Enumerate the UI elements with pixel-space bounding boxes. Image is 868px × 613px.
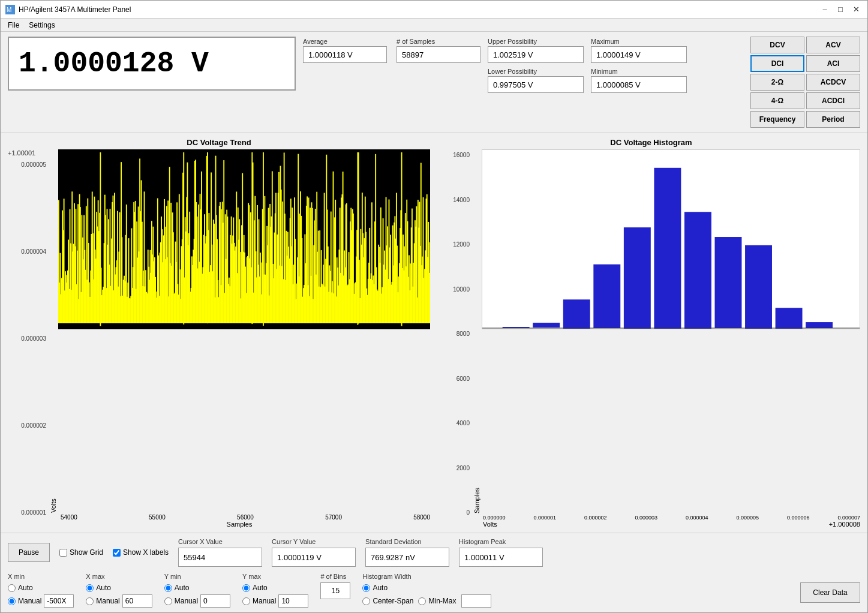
minimum-group: Minimum 1.0000085 V [591,68,687,93]
mode-2ohm[interactable]: 2-Ω [750,74,804,91]
std-dev-value: 769.9287 nV [365,548,449,567]
y-min-manual-label[interactable]: Manual [164,597,198,605]
bins-group: # of Bins 15 [320,573,350,599]
hist-peak-label: Histogram Peak [459,538,543,545]
x-max-manual-label[interactable]: Manual [86,597,119,605]
svg-rect-505 [563,299,590,329]
mode-aci[interactable]: ACI [806,55,860,72]
x-min-manual-label[interactable]: Manual [8,597,41,605]
histogram-chart-svg [482,149,860,329]
y-min-group: Y min Auto Manual [164,573,230,608]
show-grid-label[interactable]: Show Grid [59,548,103,557]
trend-chart-title: DC Voltage Trend [8,138,430,147]
main-display-value: 1.0000128 V [19,47,209,80]
upper-label: Upper Possibility [488,38,584,45]
svg-rect-511 [745,245,772,329]
hist-auto-label[interactable]: Auto [362,584,491,592]
cursor-x-label: Cursor X Value [178,538,262,545]
close-button[interactable]: ✕ [849,3,863,16]
svg-text:M: M [7,7,11,13]
y-max-manual-group: Manual [242,594,308,608]
show-x-labels-checkbox[interactable] [113,549,121,557]
trend-x-label: Samples [49,521,430,528]
y-min-label: Y min [164,573,230,580]
x-min-manual-input[interactable]: -500X [44,594,74,608]
show-x-labels-label[interactable]: Show X labels [113,548,169,557]
x-max-manual-radio[interactable] [86,597,94,605]
trend-y-label: Volts [49,149,58,513]
menu-file[interactable]: File [3,20,24,31]
hist-width-input[interactable] [461,594,491,608]
cursor-y-label: Cursor Y Value [272,538,356,545]
maximize-button[interactable]: □ [834,3,847,16]
hist-auto-radio[interactable] [362,584,370,592]
mode-acdci[interactable]: ACDCI [806,92,860,109]
x-min-auto-radio[interactable] [8,584,16,592]
y-max-group: Y max Auto Manual [242,573,308,608]
bins-label: # of Bins [320,573,350,580]
samples-group: # of Samples 58897 [397,38,480,63]
y-min-auto-label[interactable]: Auto [164,584,230,592]
y-max-auto-radio[interactable] [242,584,250,592]
y-max-manual-input[interactable] [278,594,308,608]
cursor-y-value: 1.0000119 V [272,548,356,567]
hist-center-span-label[interactable]: Center-Span [362,597,413,605]
menu-settings[interactable]: Settings [24,20,59,31]
lower-label: Lower Possibility [488,68,584,75]
mode-4ohm[interactable]: 4-Ω [750,92,804,109]
y-max-manual-radio[interactable] [242,597,250,605]
hist-min-max-radio[interactable] [418,597,426,605]
svg-rect-512 [776,308,803,329]
mode-acdcv[interactable]: ACDCV [806,74,860,91]
maximum-group: Maximum 1.0000149 V [591,38,687,63]
controls-row2: X min Auto Manual -500X X max [8,573,860,608]
average-label: Average [303,38,387,45]
x-max-auto-radio[interactable] [86,584,94,592]
histogram-x-label: Volts [483,521,497,528]
y-min-auto-radio[interactable] [164,584,172,592]
charts-section: DC Voltage Trend +1.00001 0.000005 0.000… [1,133,867,533]
std-dev-group: Standard Deviation 769.9287 nV [365,538,449,567]
y-max-auto-label[interactable]: Auto [242,584,308,592]
svg-rect-508 [654,168,681,329]
title-bar-left: M HP/Agilent 3457A Multimeter Panel [5,5,131,14]
histogram-chart-container: DC Voltage Histogram 16000 14000 12000 1… [442,138,860,528]
x-min-group: X min Auto Manual -500X [8,573,74,608]
x-max-auto-label[interactable]: Auto [86,584,152,592]
controls-row1: Pause Show Grid Show X labels Cursor X V… [8,538,860,567]
lower-value: 0.997505 V [488,76,584,93]
mode-frequency[interactable]: Frequency [750,111,804,128]
cursor-x-group: Cursor X Value 55944 [178,538,262,567]
histogram-width-label: Histogram Width [362,573,491,580]
top-section: 1.0000128 V Average 1.0000118 V # of Sam… [1,32,867,133]
hist-peak-value: 1.000011 V [459,548,543,567]
maximum-label: Maximum [591,38,687,45]
x-max-manual-input[interactable] [122,594,152,608]
controls-section: Pause Show Grid Show X labels Cursor X V… [1,533,867,612]
y-min-manual-input[interactable] [200,594,230,608]
mode-period[interactable]: Period [806,111,860,128]
clear-data-button[interactable]: Clear Data [800,582,860,603]
show-grid-checkbox[interactable] [59,549,67,557]
upper-group: Upper Possibility 1.002519 V [488,38,584,63]
histogram-offset: +1.000008 [829,521,860,528]
mode-acv[interactable]: ACV [806,37,860,53]
hist-min-max-label[interactable]: Min-Max [418,597,456,605]
y-min-manual-radio[interactable] [164,597,172,605]
minimize-button[interactable]: – [818,3,831,16]
hist-center-span-radio[interactable] [362,597,370,605]
x-min-auto-label[interactable]: Auto [8,584,74,592]
hist-peak-group: Histogram Peak 1.000011 V [459,538,543,567]
lower-group: Lower Possibility 0.997505 V [488,68,584,93]
upper-value: 1.002519 V [488,46,584,63]
std-dev-label: Standard Deviation [365,538,449,545]
pause-button[interactable]: Pause [8,543,50,562]
svg-rect-507 [624,227,651,329]
mode-dcv[interactable]: DCV [750,37,804,53]
mode-dci[interactable]: DCI [750,55,804,72]
x-min-manual-radio[interactable] [8,597,16,605]
average-value: 1.0000118 V [303,46,387,63]
x-max-label: X max [86,573,152,580]
y-max-manual-label[interactable]: Manual [242,597,276,605]
samples-label: # of Samples [397,38,480,45]
